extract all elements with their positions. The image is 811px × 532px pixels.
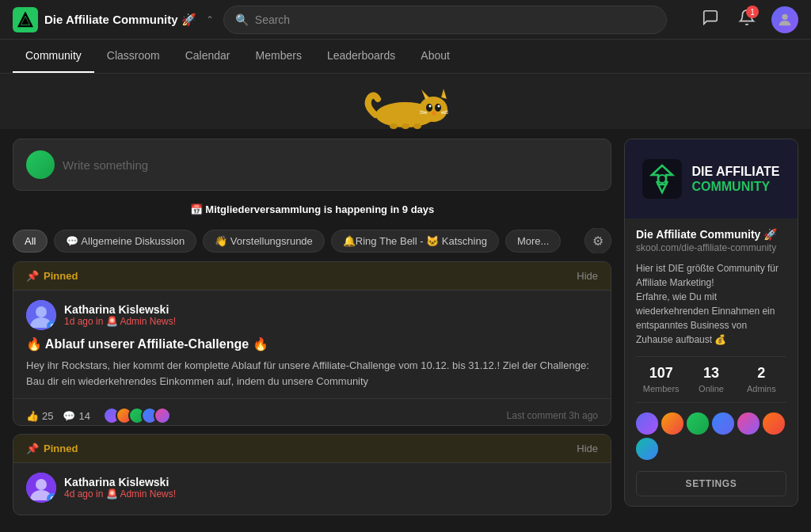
online-label: Online: [699, 384, 724, 393]
filter-settings-button[interactable]: ⚙: [584, 228, 611, 253]
notification-badge: 1: [746, 6, 759, 18]
post-2-author: 6 Katharina Kislewski 4d ago in 🚨 Admin …: [26, 473, 598, 503]
svg-point-24: [36, 479, 47, 490]
logo-line2: COMMUNITY: [691, 179, 779, 194]
topbar: Die Affiliate Community 🚀 ⌃ 🔍 1: [0, 0, 811, 40]
svg-rect-20: [413, 124, 421, 129]
post-2-hide-button[interactable]: Hide: [577, 443, 598, 454]
messages-button[interactable]: [699, 6, 722, 33]
mini-avatar-5: [154, 407, 171, 424]
online-count: 13: [686, 365, 736, 382]
sidebar-url: skool.com/die-affiliate-community: [636, 242, 786, 253]
post-2-author-name: Katharina Kislewski: [64, 476, 598, 488]
search-input[interactable]: [255, 13, 655, 26]
topbar-actions: 1: [699, 6, 798, 33]
post-1-level-badge: 6: [47, 321, 56, 330]
svg-point-4: [419, 97, 447, 122]
post-2-tag: 🚨 Admin News!: [106, 488, 176, 500]
svg-rect-18: [390, 124, 398, 129]
post-1-hide-button[interactable]: Hide: [577, 270, 598, 282]
post-1-author-info: Katharina Kislewski 1d ago in 🚨 Admin Ne…: [64, 303, 598, 327]
post-card-2: 📌 Pinned Hide 6 Katha: [13, 434, 611, 515]
member-avatar-3[interactable]: [687, 412, 709, 435]
tab-classroom[interactable]: Classroom: [94, 40, 173, 73]
stat-admins: 2 Admins: [737, 365, 786, 394]
admins-count: 2: [737, 365, 786, 382]
chip-all[interactable]: All: [13, 230, 48, 253]
notifications-button[interactable]: 1: [735, 6, 759, 33]
post-1-tag: 🚨 Admin News!: [106, 316, 176, 327]
post-1-likes[interactable]: 👍 25: [26, 410, 53, 422]
member-avatar-7[interactable]: [636, 438, 658, 460]
post-2-pinned-label: 📌 Pinned: [26, 443, 78, 454]
members-count: 107: [636, 365, 686, 382]
admins-label: Admins: [747, 384, 776, 393]
tab-leaderboards[interactable]: Leaderboards: [314, 40, 408, 73]
post-2-body: 6 Katharina Kislewski 4d ago in 🚨 Admin …: [13, 463, 611, 515]
chip-allgemeine[interactable]: 💬 Allgemeine Diskussion: [54, 230, 196, 253]
write-box[interactable]: Write something: [13, 139, 611, 191]
tab-community[interactable]: Community: [13, 40, 94, 73]
like-icon: 👍: [26, 410, 39, 422]
filter-chips: All 💬 Allgemeine Diskussion 👋 Vorstellun…: [13, 228, 611, 253]
sidebar-logo-icon: [642, 159, 682, 199]
brand-logo: [13, 7, 38, 32]
post-1-header: 📌 Pinned Hide: [13, 262, 611, 291]
chip-ring-bell[interactable]: 🔔Ring The Bell - 🐱 Katsching: [331, 230, 499, 253]
members-label: Members: [643, 384, 680, 393]
post-1-comments[interactable]: 💬 14: [63, 410, 89, 422]
stat-online: 13 Online: [686, 365, 736, 394]
brand[interactable]: Die Affiliate Community 🚀 ⌃: [13, 7, 214, 32]
post-1-title: 🔥 Ablauf unserer Affiliate-Challenge 🔥: [26, 336, 598, 352]
brand-chevron-icon: ⌃: [206, 14, 214, 25]
write-avatar: [26, 150, 55, 179]
pin-icon: 📌: [26, 270, 39, 282]
pin-icon-2: 📌: [26, 443, 39, 454]
chip-more[interactable]: More...: [505, 230, 561, 253]
hero-banner: [0, 74, 811, 129]
post-1-pinned-label: 📌 Pinned: [26, 270, 78, 282]
tab-members[interactable]: Members: [243, 40, 314, 73]
post-2-avatar: 6: [26, 473, 56, 503]
chip-vorstellung[interactable]: 👋 Vorstellungsrunde: [203, 230, 325, 253]
sidebar-stats: 107 Members 13 Online 2 Admins: [636, 356, 786, 403]
main-layout: Write something 📅 Mitgliederversammlung …: [0, 129, 811, 525]
svg-point-9: [426, 104, 432, 112]
stat-members: 107 Members: [636, 365, 686, 394]
search-bar[interactable]: 🔍: [223, 6, 667, 34]
post-1-avatar: 6: [26, 300, 56, 330]
post-2-header: 📌 Pinned Hide: [13, 435, 611, 463]
post-card-1: 📌 Pinned Hide 6 Katha: [13, 261, 611, 425]
member-avatar-4[interactable]: [712, 412, 734, 435]
settings-button[interactable]: SETTINGS: [636, 471, 786, 496]
member-avatar-1[interactable]: [636, 412, 658, 435]
write-placeholder: Write something: [63, 158, 148, 172]
post-1-author: 6 Katharina Kislewski 1d ago in 🚨 Admin …: [26, 300, 598, 330]
post-1-footer: 👍 25 💬 14 Last comment 3h ago: [13, 398, 611, 425]
svg-point-2: [782, 13, 787, 19]
pinned-text: Pinned: [44, 270, 78, 282]
tab-about[interactable]: About: [408, 40, 463, 73]
member-avatar-2[interactable]: [661, 412, 683, 435]
logo-line1: DIE AFFILIATE: [691, 164, 779, 179]
post-2-author-info: Katharina Kislewski 4d ago in 🚨 Admin Ne…: [64, 476, 598, 500]
post-1-author-meta: 1d ago in 🚨 Admin News!: [64, 316, 598, 327]
cat-mascot-svg: [358, 82, 453, 129]
tab-calendar[interactable]: Calendar: [173, 40, 243, 73]
member-avatar-5[interactable]: [737, 412, 760, 435]
member-avatar-6[interactable]: [763, 412, 785, 435]
post-2-level-badge: 6: [47, 493, 56, 503]
sidebar-logo-text: DIE AFFILIATE COMMUNITY: [691, 164, 779, 194]
event-suffix: is happening in 9 days: [321, 203, 434, 215]
svg-point-12: [438, 105, 440, 108]
post-1-last-comment: Last comment 3h ago: [507, 410, 598, 421]
user-avatar[interactable]: [771, 6, 798, 33]
svg-point-22: [36, 306, 47, 317]
comment-icon: 💬: [63, 410, 75, 422]
post-1-text: Hey ihr Rockstars, hier kommt der komple…: [26, 358, 598, 389]
svg-point-10: [435, 104, 441, 112]
sidebar-info: Die Affiliate Community 🚀 skool.com/die-…: [625, 218, 798, 506]
post-2-author-meta: 4d ago in 🚨 Admin News!: [64, 488, 598, 500]
post-1-time: 1d ago in: [64, 316, 103, 327]
svg-marker-6: [423, 92, 428, 99]
